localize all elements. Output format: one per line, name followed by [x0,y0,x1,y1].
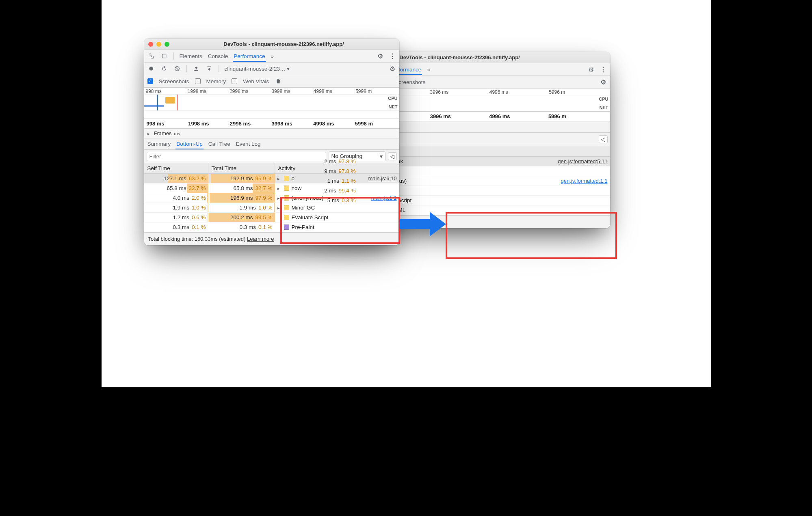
table-row[interactable]: 1.9 ms1.0 %1.9 ms1.0 %Minor GC [144,203,399,213]
tick: 5996 m [549,89,608,95]
webvitals-checkbox[interactable] [232,78,237,84]
source-link[interactable]: gen.js:formatted:1:1 [561,178,608,184]
kebab-menu-icon[interactable] [600,66,607,73]
reload-icon[interactable] [160,65,168,72]
svg-point-0 [149,67,153,70]
window-title: DevTools - clinquant-mousse-2f2396.netli… [173,41,395,47]
table-row[interactable]: 4.0 ms2.0 %196.9 ms97.9 %(anonymous)main… [144,193,399,203]
learn-more-link[interactable]: Learn more [247,236,274,242]
activity-swatch-icon [284,176,289,181]
activity-name: now [292,185,302,191]
activity-swatch-icon [284,205,289,210]
ruler-tick: 2998 ms [230,121,272,127]
table-row[interactable]: 1.2 ms0.6 %200.2 ms99.5 %Evaluate Script [144,213,399,222]
tab-elements[interactable]: Elements [180,53,202,59]
ruler-tick: 5998 m [355,121,397,127]
frames-ms: ms [174,131,180,136]
maximize-icon[interactable] [165,42,169,47]
screenshots-label: Screenshots [159,78,189,84]
ruler-tick: 4996 ms [489,113,548,119]
ruler-tick: 998 ms [147,121,188,127]
column-headers: Self Time Total Time Activity [144,163,399,174]
activity-swatch-icon [284,186,289,191]
ruler-tick: 3998 ms [272,121,314,127]
blocking-time: Total blocking time: 150.33ms (estimated… [148,236,246,242]
perf-settings-icon[interactable] [600,78,607,86]
load-profile-icon[interactable] [193,65,200,72]
subtab-summary[interactable]: Summary [147,141,171,147]
svg-line-2 [175,67,179,70]
tabs-overflow-icon[interactable] [427,67,430,73]
frames-label: Frames [154,130,172,136]
table-row[interactable]: 127.1 ms63.2 %192.9 ms95.9 %omain.js:6:1… [144,174,399,184]
kebab-menu-icon[interactable] [389,52,396,60]
cpu-label: CPU [388,96,397,101]
details-toggle-icon[interactable]: ◁ [599,135,608,143]
subtab-eventlog[interactable]: Event Log [236,141,261,147]
tick: 5998 m [355,89,397,94]
source-link[interactable]: main.js:1:1 [371,195,397,201]
net-label: NET [600,105,608,110]
details-toggle-icon[interactable]: ◁ [388,152,397,160]
table-row[interactable]: 0.3 ms0.1 %0.3 ms0.1 %Pre-Paint [144,222,399,232]
activity-name: Pre-Paint [292,224,314,230]
ruler-tick: 3996 ms [430,113,489,119]
memory-label: Memory [206,78,226,84]
record-icon[interactable] [147,65,155,72]
disclose-icon[interactable] [277,185,281,191]
learn-more-link[interactable]: Learn more [412,219,439,225]
ruler-tick: 4998 ms [313,121,355,127]
disclose-icon[interactable] [277,175,281,181]
tick: 2998 ms [230,89,271,94]
screenshots-label: Screenshots [395,79,425,85]
close-icon[interactable] [148,42,153,47]
disclose-icon[interactable] [277,195,281,201]
activity-name: Minor GC [292,205,315,211]
perf-settings-icon[interactable] [389,65,396,72]
minimize-icon[interactable] [156,42,161,47]
activity-swatch-icon [284,225,289,230]
subtab-bottomup[interactable]: Bottom-Up [176,141,203,147]
url-select[interactable]: clinquant-mousse-2f23… ▾ [225,65,290,72]
tick: 4996 ms [489,89,549,95]
tabs-overflow-icon[interactable] [271,53,274,59]
ruler-tick: 1998 ms [188,121,230,127]
inspect-element-icon[interactable] [147,52,155,60]
tab-performance[interactable]: Performance [234,53,265,59]
settings-icon[interactable] [587,66,595,73]
memory-checkbox[interactable] [195,78,201,84]
table-row[interactable]: 65.8 ms32.7 %65.8 ms32.7 %now [144,184,399,193]
source-link[interactable]: gen.js:formatted:5:11 [558,158,607,164]
tick: 998 ms [146,89,188,94]
device-mode-icon[interactable] [160,52,168,60]
trash-icon[interactable] [275,78,282,85]
settings-icon[interactable] [377,52,384,60]
activity-name: Evaluate Script [292,214,329,220]
col-selftime[interactable]: Self Time [144,163,208,173]
activity-name: o [292,175,295,181]
activity-name: (anonymous) [292,195,324,201]
subtab-calltree[interactable]: Call Tree [208,141,230,147]
save-profile-icon[interactable] [206,65,213,72]
tab-console[interactable]: Console [208,53,228,59]
source-link[interactable]: main.js:6:10 [368,175,396,181]
disclose-icon[interactable] [277,205,281,211]
tick: 1998 ms [188,89,230,94]
webvitals-label: Web Vitals [243,78,269,84]
col-totaltime[interactable]: Total Time [208,163,275,173]
ruler-tick: 5996 m [548,113,608,119]
screenshots-checkbox[interactable] [147,78,153,84]
tick: 3998 ms [271,89,313,94]
filter-input[interactable] [147,152,326,161]
tick: 4998 ms [314,89,355,94]
clear-icon[interactable] [173,65,181,72]
net-label: NET [389,104,398,109]
activity-swatch-icon [284,195,289,201]
activity-swatch-icon [284,215,289,220]
tick: 3996 ms [430,89,489,95]
devtools-window-a: DevTools - clinquant-mousse-2f2396.netli… [144,39,399,245]
cpu-label: CPU [599,97,608,101]
frames-disclose-icon[interactable] [147,130,152,136]
